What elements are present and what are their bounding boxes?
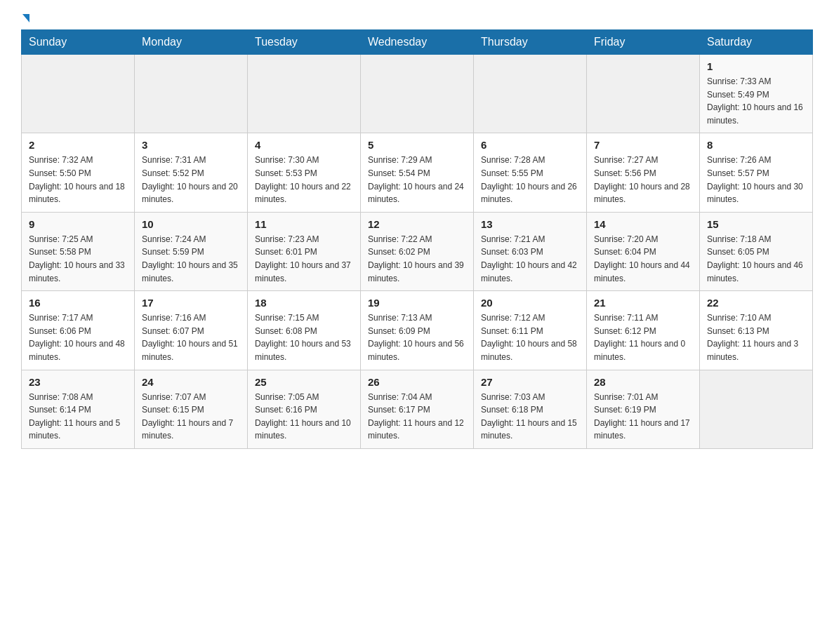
calendar-day-cell: 26Sunrise: 7:04 AM Sunset: 6:17 PM Dayli… <box>361 370 474 448</box>
day-info: Sunrise: 7:33 AM Sunset: 5:49 PM Dayligh… <box>707 75 805 127</box>
logo-triangle-icon <box>22 14 29 22</box>
day-number: 10 <box>142 218 240 230</box>
day-number: 6 <box>481 139 579 151</box>
calendar-day-cell: 28Sunrise: 7:01 AM Sunset: 6:19 PM Dayli… <box>587 370 700 448</box>
day-of-week-header: Monday <box>135 30 248 55</box>
calendar-day-cell: 11Sunrise: 7:23 AM Sunset: 6:01 PM Dayli… <box>248 212 361 290</box>
calendar-day-cell: 24Sunrise: 7:07 AM Sunset: 6:15 PM Dayli… <box>135 370 248 448</box>
calendar-header: SundayMondayTuesdayWednesdayThursdayFrid… <box>22 30 813 55</box>
day-info: Sunrise: 7:21 AM Sunset: 6:03 PM Dayligh… <box>481 233 579 285</box>
day-of-week-header: Sunday <box>22 30 135 55</box>
calendar-day-cell: 2Sunrise: 7:32 AM Sunset: 5:50 PM Daylig… <box>22 133 135 212</box>
day-number: 27 <box>481 376 579 388</box>
day-info: Sunrise: 7:27 AM Sunset: 5:56 PM Dayligh… <box>594 154 692 206</box>
calendar-day-cell: 22Sunrise: 7:10 AM Sunset: 6:13 PM Dayli… <box>700 291 813 370</box>
day-number: 5 <box>368 139 466 151</box>
day-info: Sunrise: 7:12 AM Sunset: 6:11 PM Dayligh… <box>481 311 579 363</box>
calendar-day-cell <box>587 55 700 133</box>
calendar-day-cell: 20Sunrise: 7:12 AM Sunset: 6:11 PM Dayli… <box>474 291 587 370</box>
day-number: 2 <box>29 139 127 151</box>
calendar-day-cell: 19Sunrise: 7:13 AM Sunset: 6:09 PM Dayli… <box>361 291 474 370</box>
calendar-day-cell <box>700 370 813 448</box>
day-info: Sunrise: 7:07 AM Sunset: 6:15 PM Dayligh… <box>142 391 240 443</box>
calendar-day-cell: 12Sunrise: 7:22 AM Sunset: 6:02 PM Dayli… <box>361 212 474 290</box>
day-info: Sunrise: 7:18 AM Sunset: 6:05 PM Dayligh… <box>707 233 805 285</box>
calendar-day-cell <box>135 55 248 133</box>
calendar-day-cell: 15Sunrise: 7:18 AM Sunset: 6:05 PM Dayli… <box>700 212 813 290</box>
day-number: 23 <box>29 376 127 388</box>
day-number: 17 <box>142 297 240 309</box>
day-info: Sunrise: 7:29 AM Sunset: 5:54 PM Dayligh… <box>368 154 466 206</box>
calendar-week-row: 16Sunrise: 7:17 AM Sunset: 6:06 PM Dayli… <box>22 291 813 370</box>
day-info: Sunrise: 7:05 AM Sunset: 6:16 PM Dayligh… <box>255 391 353 443</box>
calendar-day-cell: 6Sunrise: 7:28 AM Sunset: 5:55 PM Daylig… <box>474 133 587 212</box>
day-info: Sunrise: 7:24 AM Sunset: 5:59 PM Dayligh… <box>142 233 240 285</box>
calendar-day-cell: 25Sunrise: 7:05 AM Sunset: 6:16 PM Dayli… <box>248 370 361 448</box>
day-number: 7 <box>594 139 692 151</box>
calendar-week-row: 23Sunrise: 7:08 AM Sunset: 6:14 PM Dayli… <box>22 370 813 448</box>
calendar-day-cell: 4Sunrise: 7:30 AM Sunset: 5:53 PM Daylig… <box>248 133 361 212</box>
calendar-day-cell: 3Sunrise: 7:31 AM Sunset: 5:52 PM Daylig… <box>135 133 248 212</box>
day-info: Sunrise: 7:28 AM Sunset: 5:55 PM Dayligh… <box>481 154 579 206</box>
day-info: Sunrise: 7:10 AM Sunset: 6:13 PM Dayligh… <box>707 311 805 363</box>
calendar-week-row: 1Sunrise: 7:33 AM Sunset: 5:49 PM Daylig… <box>22 55 813 133</box>
calendar-day-cell: 16Sunrise: 7:17 AM Sunset: 6:06 PM Dayli… <box>22 291 135 370</box>
calendar-week-row: 2Sunrise: 7:32 AM Sunset: 5:50 PM Daylig… <box>22 133 813 212</box>
calendar-day-cell: 8Sunrise: 7:26 AM Sunset: 5:57 PM Daylig… <box>700 133 813 212</box>
day-number: 14 <box>594 218 692 230</box>
day-number: 19 <box>368 297 466 309</box>
calendar-day-cell: 10Sunrise: 7:24 AM Sunset: 5:59 PM Dayli… <box>135 212 248 290</box>
calendar-day-cell: 1Sunrise: 7:33 AM Sunset: 5:49 PM Daylig… <box>700 55 813 133</box>
day-info: Sunrise: 7:15 AM Sunset: 6:08 PM Dayligh… <box>255 311 353 363</box>
day-info: Sunrise: 7:13 AM Sunset: 6:09 PM Dayligh… <box>368 311 466 363</box>
day-number: 12 <box>368 218 466 230</box>
calendar-day-cell: 27Sunrise: 7:03 AM Sunset: 6:18 PM Dayli… <box>474 370 587 448</box>
day-of-week-header: Saturday <box>700 30 813 55</box>
day-number: 13 <box>481 218 579 230</box>
day-number: 18 <box>255 297 353 309</box>
day-number: 25 <box>255 376 353 388</box>
day-number: 11 <box>255 218 353 230</box>
day-info: Sunrise: 7:23 AM Sunset: 6:01 PM Dayligh… <box>255 233 353 285</box>
calendar-day-cell: 18Sunrise: 7:15 AM Sunset: 6:08 PM Dayli… <box>248 291 361 370</box>
day-info: Sunrise: 7:16 AM Sunset: 6:07 PM Dayligh… <box>142 311 240 363</box>
day-info: Sunrise: 7:25 AM Sunset: 5:58 PM Dayligh… <box>29 233 127 285</box>
calendar-day-cell: 23Sunrise: 7:08 AM Sunset: 6:14 PM Dayli… <box>22 370 135 448</box>
day-of-week-header: Tuesday <box>248 30 361 55</box>
calendar-day-cell: 9Sunrise: 7:25 AM Sunset: 5:58 PM Daylig… <box>22 212 135 290</box>
calendar-day-cell: 14Sunrise: 7:20 AM Sunset: 6:04 PM Dayli… <box>587 212 700 290</box>
calendar-day-cell: 5Sunrise: 7:29 AM Sunset: 5:54 PM Daylig… <box>361 133 474 212</box>
day-info: Sunrise: 7:01 AM Sunset: 6:19 PM Dayligh… <box>594 391 692 443</box>
day-number: 26 <box>368 376 466 388</box>
calendar-day-cell: 17Sunrise: 7:16 AM Sunset: 6:07 PM Dayli… <box>135 291 248 370</box>
day-of-week-header: Wednesday <box>361 30 474 55</box>
calendar-day-cell <box>361 55 474 133</box>
calendar-day-cell <box>248 55 361 133</box>
day-number: 15 <box>707 218 805 230</box>
day-number: 8 <box>707 139 805 151</box>
calendar-week-row: 9Sunrise: 7:25 AM Sunset: 5:58 PM Daylig… <box>22 212 813 290</box>
day-info: Sunrise: 7:22 AM Sunset: 6:02 PM Dayligh… <box>368 233 466 285</box>
day-info: Sunrise: 7:31 AM Sunset: 5:52 PM Dayligh… <box>142 154 240 206</box>
page-header <box>21 14 813 22</box>
day-number: 24 <box>142 376 240 388</box>
day-number: 16 <box>29 297 127 309</box>
day-info: Sunrise: 7:20 AM Sunset: 6:04 PM Dayligh… <box>594 233 692 285</box>
days-of-week-row: SundayMondayTuesdayWednesdayThursdayFrid… <box>22 30 813 55</box>
day-info: Sunrise: 7:04 AM Sunset: 6:17 PM Dayligh… <box>368 391 466 443</box>
calendar-day-cell: 21Sunrise: 7:11 AM Sunset: 6:12 PM Dayli… <box>587 291 700 370</box>
day-number: 20 <box>481 297 579 309</box>
logo <box>21 14 29 22</box>
day-number: 3 <box>142 139 240 151</box>
day-number: 1 <box>707 60 805 72</box>
day-info: Sunrise: 7:26 AM Sunset: 5:57 PM Dayligh… <box>707 154 805 206</box>
calendar-body: 1Sunrise: 7:33 AM Sunset: 5:49 PM Daylig… <box>22 55 813 449</box>
day-number: 22 <box>707 297 805 309</box>
day-number: 4 <box>255 139 353 151</box>
day-number: 9 <box>29 218 127 230</box>
calendar-day-cell: 7Sunrise: 7:27 AM Sunset: 5:56 PM Daylig… <box>587 133 700 212</box>
calendar-day-cell: 13Sunrise: 7:21 AM Sunset: 6:03 PM Dayli… <box>474 212 587 290</box>
day-info: Sunrise: 7:08 AM Sunset: 6:14 PM Dayligh… <box>29 391 127 443</box>
day-info: Sunrise: 7:17 AM Sunset: 6:06 PM Dayligh… <box>29 311 127 363</box>
day-info: Sunrise: 7:03 AM Sunset: 6:18 PM Dayligh… <box>481 391 579 443</box>
